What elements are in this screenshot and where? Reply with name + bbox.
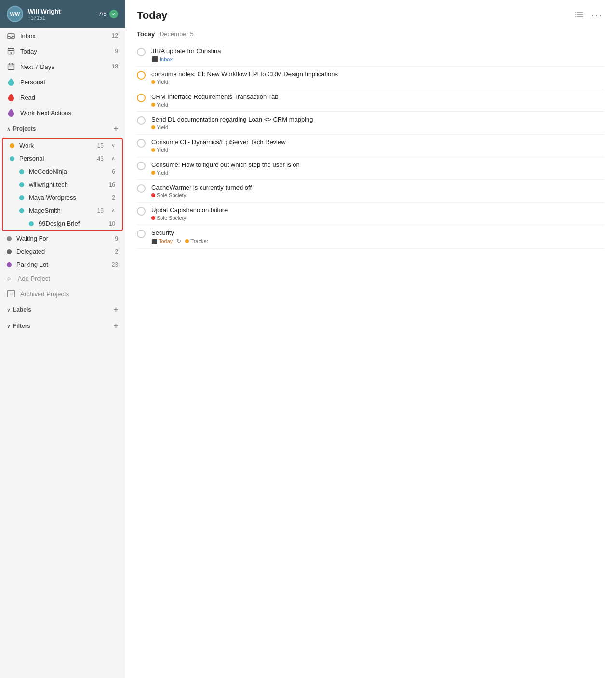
task-tag-today: ⬛ Today xyxy=(151,238,173,244)
today-date: December 5 xyxy=(160,30,194,38)
personal-proj-chevron-icon[interactable]: ∧ xyxy=(111,155,115,162)
sidebar-item-work[interactable]: Work 15 ∨ xyxy=(3,139,122,152)
solesociety-dot-icon xyxy=(151,193,155,197)
table-row[interactable]: Security ⬛ Today ↻ Tracker xyxy=(137,225,604,249)
task-tag: ⬛ Inbox xyxy=(151,56,173,62)
add-label-icon[interactable]: + xyxy=(114,305,118,314)
sidebar-item-parkinglot[interactable]: Parking Lot 23 xyxy=(0,258,125,271)
svg-point-16 xyxy=(576,11,576,12)
yield-dot-icon xyxy=(151,148,155,152)
task-tag: Yield xyxy=(151,102,168,108)
personal-proj-label: Personal xyxy=(19,155,44,162)
list-view-button[interactable] xyxy=(573,9,586,22)
task-title: Consume: How to figure out which step th… xyxy=(151,161,604,168)
task-body: Security ⬛ Today ↻ Tracker xyxy=(151,229,604,244)
task-list-container: Today December 5 JIRA update for Christi… xyxy=(125,27,616,678)
sidebar-item-delegated[interactable]: Delegated 2 xyxy=(0,245,125,258)
task-body: consume notes: CI: New Workflow EPI to C… xyxy=(151,70,604,85)
page-title: Today xyxy=(137,9,167,22)
sidebar-item-mayawordpress[interactable]: Maya Wordpress 2 xyxy=(3,191,122,204)
mayawordpress-dot xyxy=(19,195,24,200)
personal-nav-icon xyxy=(7,78,15,86)
next7-count: 18 xyxy=(112,63,118,70)
table-row[interactable]: JIRA update for Christina ⬛ Inbox xyxy=(137,43,604,67)
task-body: Updat Capistrano on failure Sole Society xyxy=(151,206,604,221)
sidebar-item-willwrighttech[interactable]: willwright.tech 16 xyxy=(3,178,122,191)
sidebar-item-magesmith[interactable]: MageSmith 19 ∧ xyxy=(3,204,122,217)
magesmith-chevron-icon[interactable]: ∧ xyxy=(111,207,115,214)
sidebar-item-mecodeNinja[interactable]: MeCodeNinja 6 xyxy=(3,165,122,178)
sidebar-item-waitingfor[interactable]: Waiting For 9 xyxy=(0,232,125,245)
table-row[interactable]: CacheWarmer is currently turned off Sole… xyxy=(137,180,604,203)
table-row[interactable]: CRM Interface Requirements Transaction T… xyxy=(137,89,604,112)
task-checkbox[interactable] xyxy=(137,207,146,216)
add-filter-icon[interactable]: + xyxy=(114,322,118,330)
task-meta: Yield xyxy=(151,102,604,108)
sidebar-item-next7[interactable]: Next 7 Days 18 xyxy=(0,59,125,74)
parkinglot-dot xyxy=(7,262,12,267)
labels-chevron-icon: ∨ xyxy=(7,307,10,312)
table-row[interactable]: Consume: How to figure out which step th… xyxy=(137,157,604,180)
sidebar-item-personal-nav[interactable]: Personal xyxy=(0,74,125,90)
task-checkbox[interactable] xyxy=(137,230,146,238)
task-checkbox[interactable] xyxy=(137,71,146,80)
task-body: Send DL documentation regarding Loan <> … xyxy=(151,116,604,130)
sidebar-item-inbox[interactable]: Inbox 12 xyxy=(0,28,125,43)
table-row[interactable]: consume notes: CI: New Workflow EPI to C… xyxy=(137,67,604,89)
list-icon xyxy=(575,11,584,20)
sidebar-item-worknext[interactable]: Work Next Actions xyxy=(0,105,125,121)
99design-label: 99Design Brief xyxy=(39,220,80,227)
99design-dot xyxy=(29,221,34,226)
sidebar-item-archived[interactable]: Archived Projects xyxy=(0,286,125,301)
svg-rect-6 xyxy=(8,64,14,70)
read-label: Read xyxy=(20,94,35,101)
read-icon xyxy=(7,93,15,102)
sidebar-item-today[interactable]: 5 Today 9 xyxy=(0,43,125,59)
task-tag: Yield xyxy=(151,170,168,176)
willwrighttech-label: willwright.tech xyxy=(29,181,68,188)
task-meta: Sole Society xyxy=(151,192,604,198)
add-project-button[interactable]: + Add Project xyxy=(0,271,125,286)
work-chevron-icon[interactable]: ∨ xyxy=(111,142,115,149)
task-meta: Sole Society xyxy=(151,215,604,221)
svg-rect-11 xyxy=(8,291,15,292)
parkinglot-label: Parking Lot xyxy=(16,261,48,268)
task-checkbox[interactable] xyxy=(137,139,146,148)
labels-section-header[interactable]: ∨ Labels + xyxy=(0,301,125,318)
task-title: consume notes: CI: New Workflow EPI to C… xyxy=(151,70,604,78)
avatar[interactable]: WW xyxy=(7,6,23,22)
user-info: Will Wright ↑17151 xyxy=(28,8,61,21)
user-karma: ↑17151 xyxy=(28,15,61,21)
header-score: 7/5 ✓ xyxy=(98,10,118,18)
parkinglot-count: 23 xyxy=(112,261,118,268)
filters-section-header[interactable]: ∨ Filters + xyxy=(0,318,125,334)
svg-rect-10 xyxy=(8,292,15,297)
labels-label: Labels xyxy=(13,306,31,313)
sidebar-user: WW Will Wright ↑17151 xyxy=(7,6,61,22)
tag-label: Inbox xyxy=(160,56,173,62)
sidebar-item-read[interactable]: Read xyxy=(0,90,125,105)
table-row[interactable]: Consume CI - Dynamics/EpiServer Tech Rev… xyxy=(137,135,604,157)
table-row[interactable]: Updat Capistrano on failure Sole Society xyxy=(137,203,604,225)
task-checkbox[interactable] xyxy=(137,48,146,56)
task-checkbox[interactable] xyxy=(137,94,146,102)
personal-proj-count: 43 xyxy=(97,155,104,162)
table-row[interactable]: Send DL documentation regarding Loan <> … xyxy=(137,112,604,135)
sidebar-item-personal-proj[interactable]: Personal 43 ∧ xyxy=(3,152,122,165)
task-checkbox[interactable] xyxy=(137,116,146,125)
task-checkbox[interactable] xyxy=(137,162,146,170)
more-options-button[interactable]: ··· xyxy=(589,8,604,23)
tag-tracker-label: Tracker xyxy=(190,238,208,244)
projects-section-header[interactable]: ∧ Projects + xyxy=(0,121,125,137)
task-meta: ⬛ Today ↻ Tracker xyxy=(151,238,604,244)
sidebar-item-99design[interactable]: 99Design Brief 10 xyxy=(3,217,122,230)
task-body: Consume: How to figure out which step th… xyxy=(151,161,604,176)
magesmith-count: 19 xyxy=(97,207,104,214)
add-project-icon[interactable]: + xyxy=(114,124,118,133)
task-meta: Yield xyxy=(151,147,604,153)
mecodeNinja-label: MeCodeNinja xyxy=(29,168,67,175)
task-checkbox[interactable] xyxy=(137,184,146,193)
mecodeNinja-dot xyxy=(19,169,24,174)
work-label: Work xyxy=(19,142,34,149)
task-tag: Sole Society xyxy=(151,215,186,221)
